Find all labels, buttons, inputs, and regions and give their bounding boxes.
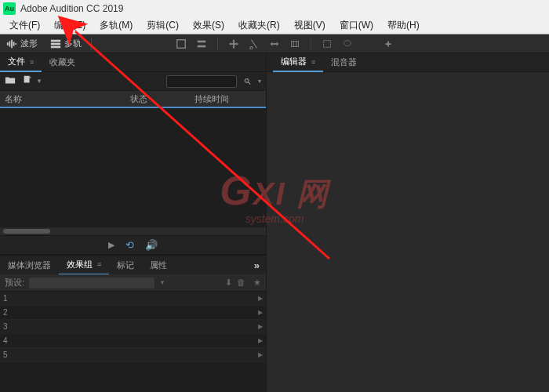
svg-rect-4	[15, 43, 16, 45]
spectral-icon	[196, 38, 207, 49]
hamburger-icon[interactable]: ≡	[97, 260, 101, 268]
tab-mixer[interactable]: 混音器	[323, 53, 365, 71]
menu-window[interactable]: 窗口(W)	[333, 17, 380, 34]
toolbar: 波形 多轨	[0, 34, 549, 53]
hud-icon	[176, 38, 187, 49]
search-icon: 🔍︎	[243, 77, 252, 86]
menubar: 文件(F) 编辑(E) 多轨(M) 剪辑(C) 效果(S) 收藏夹(R) 视图(…	[0, 17, 549, 34]
menu-clip[interactable]: 剪辑(C)	[140, 17, 185, 34]
svg-rect-8	[177, 39, 186, 48]
tab-editor[interactable]: 编辑器 ≡	[273, 53, 323, 72]
app-title: Adobe Audition CC 2019	[20, 3, 123, 14]
lasso-icon	[342, 38, 353, 49]
menu-help[interactable]: 帮助(H)	[381, 17, 426, 34]
tool-marquee-button[interactable]	[319, 36, 335, 52]
folder-icon	[5, 74, 16, 85]
svg-rect-12	[231, 43, 237, 45]
delete-preset-button[interactable]: 🗑	[237, 278, 245, 288]
files-columns-header: 名称 状态 持续时间	[0, 91, 266, 107]
files-toolbar: ▼ 🔍︎ ▾	[0, 72, 266, 91]
svg-rect-17	[24, 76, 30, 83]
expand-button[interactable]: »	[254, 260, 260, 271]
tool-spectral-button[interactable]	[194, 36, 209, 52]
tool-brush-button[interactable]	[360, 36, 376, 52]
col-status[interactable]: 状态	[130, 93, 147, 105]
svg-rect-1	[9, 41, 11, 46]
dropdown-icon[interactable]: ▼	[36, 78, 42, 85]
fx-slot[interactable]: 3▶	[0, 320, 266, 334]
search-input[interactable]	[166, 75, 237, 88]
save-preset-button[interactable]: ⬇	[225, 278, 232, 288]
svg-rect-9	[198, 40, 206, 42]
menu-view[interactable]: 视图(V)	[288, 17, 332, 34]
tool-hud-button[interactable]	[173, 36, 189, 52]
preset-row: 预设: ▼ ⬇ 🗑 ★	[0, 274, 266, 292]
tab-favorites-label: 收藏夹	[49, 56, 75, 68]
toolbar-separator	[217, 38, 218, 50]
menu-file[interactable]: 文件(F)	[3, 17, 46, 34]
svg-point-16	[344, 40, 351, 45]
menu-edit[interactable]: 编辑(E)	[48, 17, 92, 34]
chevron-down-icon[interactable]: ▼	[159, 279, 165, 286]
tab-files[interactable]: 文件 ≡	[0, 53, 42, 72]
tab-media-browser[interactable]: 媒体浏览器	[0, 256, 59, 274]
tab-fx-rack-label: 效果组	[67, 259, 93, 270]
fx-slot[interactable]: 4▶	[0, 334, 266, 348]
autoplay-button[interactable]: 🔊	[145, 239, 158, 251]
tab-fx-rack[interactable]: 效果组 ≡	[59, 256, 109, 275]
tab-editor-label: 编辑器	[281, 56, 307, 67]
hamburger-icon[interactable]: ≡	[30, 58, 34, 66]
svg-rect-14	[292, 41, 299, 46]
chevron-right-icon: ▶	[258, 295, 263, 302]
chevron-right-icon: ▶	[258, 323, 263, 330]
multitrack-label: 多轨	[64, 38, 82, 49]
svg-rect-5	[51, 39, 60, 42]
open-file-button[interactable]	[5, 74, 16, 88]
tab-properties[interactable]: 属性	[142, 256, 175, 274]
loop-button[interactable]: ⟲	[125, 239, 134, 251]
files-list[interactable]	[0, 107, 266, 227]
fx-slot[interactable]: 5▶	[0, 348, 266, 362]
tool-heal-button[interactable]	[380, 36, 396, 52]
svg-rect-3	[13, 42, 15, 45]
fx-slot[interactable]: 1▶	[0, 292, 266, 306]
menu-effects[interactable]: 效果(S)	[187, 17, 231, 34]
col-name[interactable]: 名称	[5, 93, 83, 105]
svg-rect-10	[198, 45, 206, 47]
favorite-button[interactable]: ★	[253, 278, 261, 288]
editor-area[interactable]	[267, 72, 549, 392]
svg-rect-15	[324, 40, 331, 47]
tool-slip-button[interactable]	[267, 36, 282, 52]
tab-favorites[interactable]: 收藏夹	[42, 53, 83, 71]
tool-move-button[interactable]	[226, 36, 242, 52]
chevron-right-icon: ▶	[258, 351, 263, 358]
time-icon	[289, 38, 300, 49]
preset-select[interactable]	[29, 278, 155, 289]
tool-time-button[interactable]	[287, 36, 303, 52]
new-file-button[interactable]	[22, 74, 33, 88]
tab-files-label: 文件	[8, 56, 25, 67]
play-button[interactable]: ▶	[108, 240, 115, 250]
editor-panel-tabs: 编辑器 ≡ 混音器	[267, 53, 549, 72]
tab-markers[interactable]: 标记	[109, 256, 142, 274]
tool-razor-button[interactable]	[246, 36, 262, 52]
brush-icon	[362, 38, 373, 49]
multitrack-button[interactable]: 多轨	[44, 35, 88, 52]
scrollbar-thumb[interactable]	[3, 229, 50, 234]
fx-slot[interactable]: 2▶	[0, 306, 266, 320]
menu-favorites[interactable]: 收藏夹(R)	[232, 17, 286, 34]
menu-multitrack[interactable]: 多轨(M)	[93, 17, 139, 34]
files-scrollbar[interactable]	[0, 227, 266, 235]
toolbar-separator	[91, 38, 92, 50]
tool-lasso-button[interactable]	[340, 36, 355, 52]
chevron-right-icon: ▶	[258, 337, 263, 344]
selection-line	[0, 107, 266, 108]
waveform-button[interactable]: 波形	[0, 35, 44, 52]
chevron-right-icon: ▶	[258, 309, 263, 316]
waveform-label: 波形	[20, 38, 38, 49]
multitrack-icon	[50, 38, 61, 49]
filter-icon[interactable]: ▾	[258, 78, 261, 85]
hamburger-icon[interactable]: ≡	[311, 58, 315, 66]
app-icon: Au	[3, 2, 16, 15]
col-duration[interactable]: 持续时间	[195, 93, 229, 105]
